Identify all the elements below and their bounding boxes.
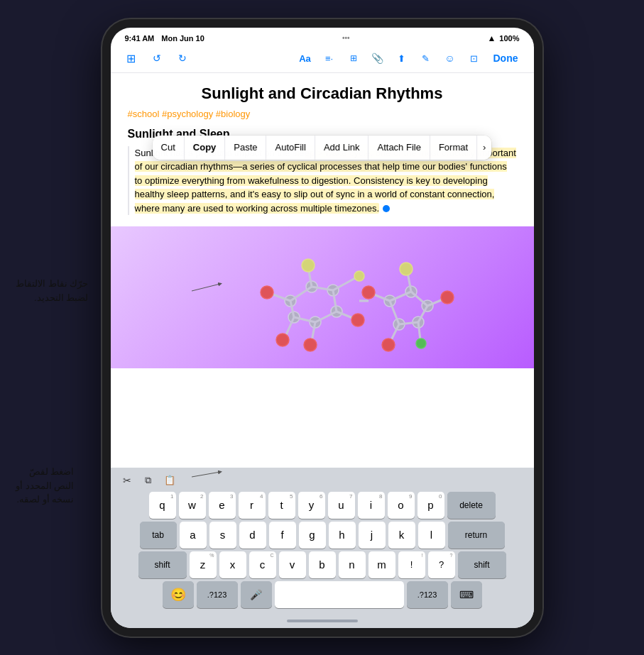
return-key[interactable]: return: [448, 522, 505, 549]
key-j[interactable]: j: [359, 522, 386, 549]
key-h[interactable]: h: [329, 522, 356, 549]
space-key[interactable]: [275, 581, 404, 608]
key-k[interactable]: k: [388, 522, 415, 549]
note-tags: #school #psychology #biology: [128, 109, 517, 119]
svg-line-6: [290, 287, 312, 301]
key-i[interactable]: 8i: [358, 492, 385, 519]
sidebar-icon[interactable]: ⊞: [122, 49, 141, 67]
key-z[interactable]: %z: [190, 551, 217, 578]
key-row-numbers: 1q 2w 3e 4r 5t 6y 7u: [114, 492, 531, 519]
done-button[interactable]: Done: [489, 51, 523, 65]
shift-right-key[interactable]: shift: [458, 551, 506, 578]
status-dots: •••: [342, 34, 350, 42]
context-menu: Cut Copy Paste AutoFill Add Link Attach …: [153, 136, 492, 160]
keyboard-key[interactable]: ⌨: [451, 581, 482, 608]
key-f[interactable]: f: [269, 522, 296, 549]
key-v[interactable]: v: [279, 551, 306, 578]
annotation-bottom-line1: اضغط لقصّ: [16, 465, 74, 479]
status-time: 9:41 AM: [125, 34, 155, 43]
svg-point-23: [354, 271, 364, 281]
key-r[interactable]: 4r: [239, 492, 266, 519]
key-c[interactable]: Cc: [249, 551, 276, 578]
key-y[interactable]: 6y: [298, 492, 325, 519]
keyboard: ✂ ⧉ 📋 1q 2w 3e 4r 5t: [111, 468, 534, 614]
redo-icon[interactable]: ↻: [173, 49, 192, 67]
annotation-bottom-line2: النص المحدد أو: [16, 479, 74, 493]
battery-icon: 100%: [499, 34, 519, 43]
svg-point-17: [276, 334, 289, 346]
home-indicator: [287, 620, 358, 622]
svg-point-15: [261, 286, 273, 299]
toolbar-right: Aa ≡· ⊞ 📎 ⬆ ✎ ☺ ⊡ Done: [296, 49, 523, 67]
shift-left-key[interactable]: shift: [138, 551, 187, 578]
status-bar: 9:41 AM Mon Jun 10 ••• ▲ 100%: [111, 28, 534, 45]
note-title: Sunlight and Circadian Rhythms: [128, 84, 517, 103]
autofill-button[interactable]: AutoFill: [267, 136, 315, 160]
status-left: 9:41 AM Mon Jun 10: [125, 34, 204, 43]
svg-point-39: [382, 338, 395, 351]
key-x[interactable]: x: [219, 551, 246, 578]
key-excl[interactable]: ! !: [398, 551, 425, 578]
svg-line-30: [411, 292, 427, 306]
share-icon[interactable]: ⬆: [393, 49, 411, 67]
format-button[interactable]: Format: [430, 136, 477, 160]
list-icon[interactable]: ≡·: [320, 49, 339, 67]
markup-icon[interactable]: ✎: [417, 49, 435, 67]
copy-button[interactable]: Copy: [185, 136, 226, 160]
key-o[interactable]: 9o: [388, 492, 415, 519]
svg-point-13: [302, 259, 315, 272]
key-w[interactable]: 2w: [179, 492, 206, 519]
svg-point-35: [400, 263, 413, 275]
toolbar-left: ⊞ ↺ ↻: [122, 49, 192, 67]
annotation-top-line1: حرّك نقاط الالتقاط: [16, 277, 88, 291]
attach-icon[interactable]: 📎: [369, 49, 387, 67]
key-l[interactable]: l: [418, 522, 445, 549]
emoji-icon[interactable]: ☺: [441, 49, 459, 67]
paste-button[interactable]: Paste: [225, 136, 266, 160]
wifi-icon: ▲: [487, 33, 496, 43]
numbers-key[interactable]: .?123: [197, 581, 238, 608]
paste-kb-icon[interactable]: 📋: [162, 473, 178, 488]
svg-line-22: [333, 277, 356, 290]
svg-point-43: [441, 291, 454, 304]
scissors-icon[interactable]: ✂: [119, 473, 135, 488]
numbers-right-key[interactable]: .?123: [407, 581, 448, 608]
copy-kb-icon[interactable]: ⧉: [141, 473, 156, 488]
key-p[interactable]: 0p: [417, 492, 444, 519]
molecule-area: [111, 226, 534, 368]
molecule-svg: [111, 226, 534, 368]
annotation-bottom-line3: نسخه أو لصقه.: [16, 492, 74, 507]
table-icon[interactable]: ⊞: [344, 49, 363, 67]
cut-button[interactable]: Cut: [153, 136, 185, 160]
delete-key[interactable]: delete: [447, 492, 496, 519]
key-e[interactable]: 3e: [209, 492, 236, 519]
key-n[interactable]: n: [339, 551, 366, 578]
attach-file-button[interactable]: Attach File: [369, 136, 430, 160]
mic-key[interactable]: 🎤: [241, 581, 272, 608]
key-b[interactable]: b: [309, 551, 336, 578]
key-q[interactable]: 1q: [149, 492, 176, 519]
key-s[interactable]: s: [209, 522, 236, 549]
key-m[interactable]: m: [369, 551, 395, 578]
emoji-key[interactable]: 😊: [163, 581, 194, 608]
key-t[interactable]: 5t: [268, 492, 295, 519]
key-a[interactable]: a: [180, 522, 207, 549]
more-arrow[interactable]: ›: [477, 136, 491, 160]
key-u[interactable]: 7u: [328, 492, 355, 519]
key-question[interactable]: ? ?: [428, 551, 455, 578]
more-icon[interactable]: ⊡: [465, 49, 484, 67]
add-link-button[interactable]: Add Link: [315, 136, 369, 160]
selection-handle-end[interactable]: [383, 205, 390, 212]
key-row-bottom: 😊 .?123 🎤 .?123 ⌨: [114, 581, 531, 608]
svg-point-21: [351, 314, 364, 326]
undo-icon[interactable]: ↺: [148, 49, 166, 67]
note-inner: Sunlight and Circadian Rhythms #school #…: [111, 73, 534, 227]
tab-key[interactable]: tab: [140, 522, 177, 549]
note-content: Sunlight and Circadian Rhythms #school #…: [111, 73, 534, 468]
key-g[interactable]: g: [299, 522, 326, 549]
font-icon[interactable]: Aa: [296, 49, 315, 67]
ipad-screen: 9:41 AM Mon Jun 10 ••• ▲ 100% ⊞ ↺ ↻ Aa ≡…: [111, 28, 534, 628]
ipad-frame: 9:41 AM Mon Jun 10 ••• ▲ 100% ⊞ ↺ ↻ Aa ≡…: [102, 19, 542, 637]
toolbar: ⊞ ↺ ↻ Aa ≡· ⊞ 📎 ⬆ ✎ ☺ ⊡ Done: [111, 45, 534, 73]
key-d[interactable]: d: [239, 522, 266, 549]
